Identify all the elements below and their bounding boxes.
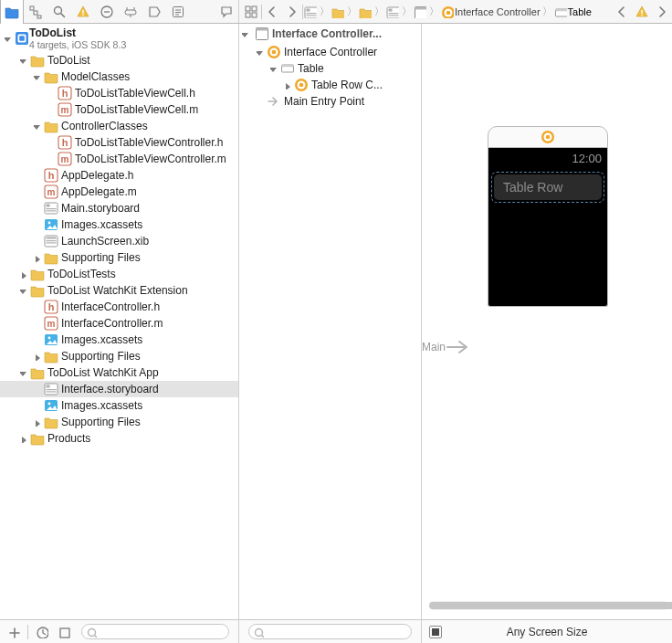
outline-header-title: Interface Controller... (272, 27, 382, 40)
outline-filter-field[interactable] (248, 624, 412, 639)
breadcrumb-segment[interactable] (358, 5, 373, 18)
disclosure-triangle-icon[interactable] (19, 434, 29, 444)
file-tree-row[interactable]: ToDoListTableViewController.h (0, 134, 238, 151)
disclosure-triangle-icon[interactable] (241, 29, 251, 39)
file-tree-row[interactable]: Products (0, 430, 238, 447)
breadcrumb-label: Interface Controller (455, 6, 541, 17)
previous-issue-button[interactable] (612, 0, 632, 23)
folder-icon (30, 267, 45, 281)
test-navigator-tab[interactable] (95, 0, 119, 24)
forward-button[interactable] (282, 0, 302, 23)
disclosure-triangle-icon[interactable] (33, 352, 43, 362)
breadcrumb-segment[interactable] (303, 5, 319, 18)
canvas-size-bar[interactable]: Any Screen Size (422, 619, 672, 643)
disclosure-triangle-icon[interactable] (33, 121, 43, 132)
disclosure-triangle-icon[interactable] (33, 72, 43, 82)
outline-row[interactable]: Interface Controller (239, 44, 421, 60)
file-label: ToDoListTableViewCell.h (75, 87, 195, 100)
outline-row[interactable]: Main Entry Point (239, 93, 421, 110)
file-tree-row[interactable]: Main.storyboard (0, 200, 238, 216)
watch-scene-header[interactable] (488, 126, 608, 148)
file-tree-row[interactable]: ToDoListTableViewController.m (0, 151, 238, 167)
breadcrumb-segment[interactable]: Interface Controller (440, 5, 541, 18)
file-tree-row[interactable]: ModelClasses (0, 69, 238, 85)
file-label: AppDelegate.m (61, 185, 137, 198)
breakpoint-navigator-tab[interactable] (142, 0, 166, 24)
project-root[interactable]: ToDoList4 targets, iOS SDK 8.3 (0, 26, 238, 52)
outline-row[interactable]: Table (239, 60, 421, 77)
file-tree-row[interactable]: Supporting Files (0, 249, 238, 266)
file-tree-row[interactable]: Interface.storyboard (0, 381, 238, 397)
disclosure-triangle-icon[interactable] (19, 269, 29, 279)
related-items-button[interactable] (241, 0, 261, 23)
breadcrumb-segment[interactable] (331, 5, 346, 18)
file-tree-row[interactable]: ToDoListTableViewCell.h (0, 85, 238, 101)
outline-header[interactable]: Interface Controller... (239, 24, 421, 44)
file-tree-row[interactable]: Images.xcassets (0, 397, 238, 414)
folder-icon (30, 53, 45, 68)
main-entry-arrow[interactable]: Main (422, 338, 473, 356)
file-tree-row[interactable]: ControllerClasses (0, 118, 238, 134)
disclosure-triangle-icon[interactable] (19, 56, 29, 66)
debug-navigator-tab[interactable] (119, 0, 142, 24)
issue-navigator-tab[interactable] (71, 0, 95, 24)
folder-icon (44, 250, 58, 265)
project-navigator-tab[interactable] (0, 0, 24, 24)
back-button[interactable] (262, 0, 282, 23)
file-label: Images.xcassets (61, 218, 142, 231)
comments-tab[interactable] (215, 0, 238, 24)
file-tree-row[interactable]: ToDoList WatchKit Extension (0, 282, 238, 299)
m-icon (58, 152, 72, 166)
file-label: ToDoListTableViewController.h (75, 136, 224, 149)
file-tree-row[interactable]: ToDoList WatchKit App (0, 364, 238, 381)
file-tree-row[interactable]: InterfaceController.m (0, 315, 238, 332)
scrollbar-thumb[interactable] (429, 602, 672, 609)
file-tree-row[interactable]: ToDoListTests (0, 266, 238, 282)
file-tree-row[interactable]: AppDelegate.m (0, 184, 238, 200)
canvas-horizontal-scrollbar[interactable] (429, 601, 668, 610)
project-name: ToDoList (29, 26, 126, 39)
file-label: InterfaceController.m (61, 317, 163, 330)
navigator-filter-field[interactable] (81, 624, 229, 639)
file-tree-row[interactable]: Supporting Files (0, 348, 238, 364)
file-tree-row[interactable]: Images.xcassets (0, 332, 238, 348)
table-row-prototype[interactable]: Table Row (491, 172, 604, 203)
disclosure-triangle-icon[interactable] (283, 80, 293, 90)
folder-icon (30, 431, 45, 446)
m-icon (44, 184, 58, 199)
next-issue-button[interactable] (652, 0, 672, 23)
scm-filter-button[interactable] (56, 624, 72, 640)
symbol-navigator-tab[interactable] (24, 0, 47, 24)
disclosure-triangle-icon[interactable] (19, 368, 29, 378)
breadcrumb-segment[interactable] (385, 5, 401, 18)
breadcrumb-segment[interactable] (413, 5, 428, 18)
disclosure-triangle-icon[interactable] (33, 253, 43, 263)
chevron-right-icon: 〉 (428, 5, 440, 18)
issues-indicator[interactable] (632, 0, 652, 23)
file-label: Supporting Files (61, 416, 141, 428)
watch-screen[interactable]: 12:00 Table Row (488, 148, 608, 307)
toggle-outline-button[interactable] (429, 626, 442, 638)
report-navigator-tab[interactable] (166, 0, 190, 24)
file-tree-row[interactable]: LaunchScreen.xib (0, 233, 238, 249)
file-tree-row[interactable]: ToDoList (0, 52, 238, 69)
file-label: Images.xcassets (61, 399, 142, 412)
add-button[interactable] (5, 624, 22, 640)
disclosure-triangle-icon[interactable] (256, 47, 266, 58)
interface-builder-canvas[interactable]: Main 12:00 Table Row (422, 24, 672, 643)
recent-filter-button[interactable] (34, 624, 50, 640)
controller-icon (541, 130, 555, 144)
outline-row[interactable]: Table Row C... (239, 77, 421, 93)
disclosure-triangle-icon[interactable] (4, 34, 14, 44)
file-tree-row[interactable]: ToDoListTableViewCell.m (0, 101, 238, 118)
find-navigator-tab[interactable] (47, 0, 71, 24)
disclosure-triangle-icon[interactable] (269, 64, 279, 74)
disclosure-triangle-icon[interactable] (33, 417, 43, 427)
file-tree-row[interactable]: AppDelegate.h (0, 167, 238, 184)
watch-scene[interactable]: 12:00 Table Row (488, 126, 608, 307)
breadcrumb-segment[interactable]: Table (553, 5, 593, 18)
disclosure-triangle-icon[interactable] (19, 286, 29, 296)
file-tree-row[interactable]: Images.xcassets (0, 216, 238, 233)
file-tree-row[interactable]: Supporting Files (0, 414, 238, 430)
file-tree-row[interactable]: InterfaceController.h (0, 299, 238, 315)
